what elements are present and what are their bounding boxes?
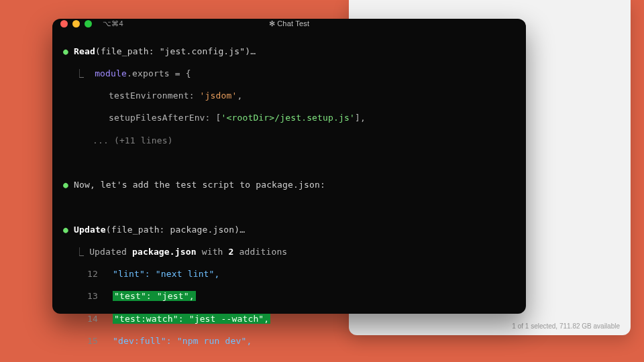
diff-line-added: 13"test": "jest", (63, 291, 515, 302)
minimize-icon[interactable] (72, 20, 80, 27)
tool-arg-value: "jest.config.js" (160, 46, 246, 56)
tree-branch-icon: ⎿ (75, 68, 84, 78)
bullet-icon: ● (63, 46, 68, 56)
diff-line-added: 14"test:watch": "jest --watch", (63, 314, 515, 325)
diff-line: 15"dev:full": "npm run dev", (63, 336, 515, 347)
assistant-narration: Now, let's add the test script to packag… (74, 180, 325, 190)
finder-status-text: 1 of 1 selected, 711.82 GB available (512, 322, 620, 330)
code-keyword: module (95, 68, 127, 78)
terminal-body: ● Read(file_path: "jest.config.js")… ⎿ m… (52, 28, 526, 362)
zoom-icon[interactable] (85, 20, 92, 27)
terminal-window: ⌥⌘4 ✻ Chat Test ● Read(file_path: "jest.… (52, 19, 526, 314)
tool-arg-label: file_path: (101, 46, 154, 56)
window-title: ✻ Chat Test (52, 19, 526, 28)
bullet-icon: ● (63, 225, 68, 235)
tool-name-read: Read (74, 46, 95, 56)
traffic-lights (60, 20, 92, 27)
diff-line: 12"lint": "next lint", (63, 269, 515, 280)
titlebar: ⌥⌘4 ✻ Chat Test (52, 19, 526, 28)
window-shortcut: ⌥⌘4 (103, 19, 123, 28)
updated-file: package.json (132, 247, 197, 257)
tree-branch-icon: ⎿ (75, 247, 84, 257)
truncation-note: ... (+11 lines) (93, 135, 173, 145)
close-icon[interactable] (60, 20, 68, 27)
tool-name-update: Update (74, 225, 106, 235)
bullet-icon: ● (63, 180, 68, 190)
